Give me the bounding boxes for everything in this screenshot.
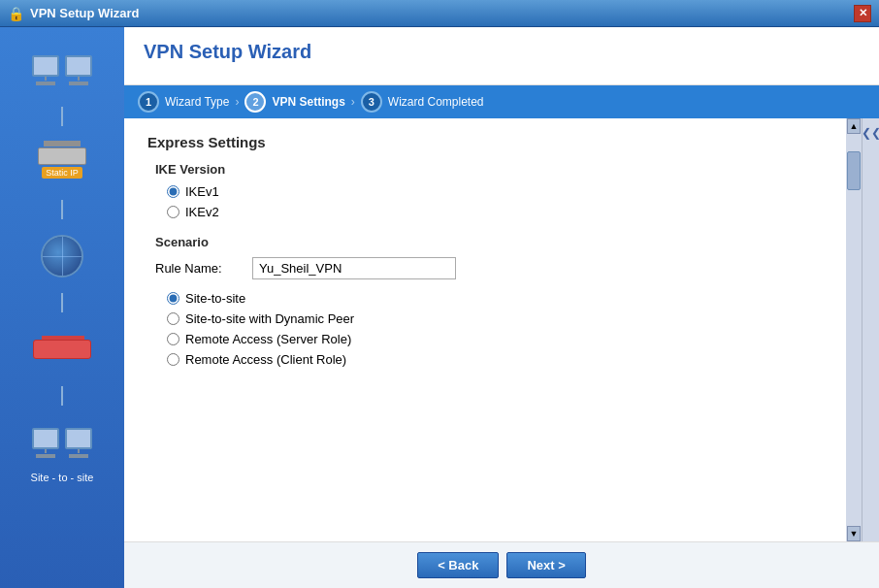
small-monitor-br	[65, 428, 92, 449]
connector-3	[61, 293, 63, 312]
collapse-icon: ❮❮	[862, 126, 880, 140]
scenario-label-site-to-site: Site-to-site	[185, 291, 245, 306]
computers-top-icon	[27, 41, 97, 99]
ike-option-v2[interactable]: IKEv2	[167, 205, 823, 219]
ike-label-v1: IKEv1	[185, 184, 219, 199]
sidebar-globe	[9, 223, 115, 289]
wizard-header: VPN Setup Wizard	[124, 27, 879, 85]
scenario-label-client: Remote Access (Client Role)	[185, 352, 346, 367]
breadcrumb: 1 Wizard Type › 2 VPN Settings › 3 Wizar…	[124, 85, 879, 118]
ike-label-v2: IKEv2	[185, 205, 219, 219]
wizard-title: VPN Setup Wizard	[144, 41, 860, 63]
rule-name-label: Rule Name:	[155, 261, 243, 276]
scenario-option-dynamic[interactable]: Site-to-site with Dynamic Peer	[167, 311, 823, 326]
scenario-radio-group: Site-to-site Site-to-site with Dynamic P…	[147, 291, 823, 367]
computers-bottom-icon	[27, 413, 97, 472]
small-computer-right	[65, 55, 92, 85]
globe-icon	[27, 227, 97, 285]
scrollbar-up-arrow[interactable]: ▲	[847, 118, 861, 134]
rule-name-row: Rule Name:	[147, 257, 823, 279]
app-icon: 🔒	[8, 6, 24, 21]
title-bar-text: VPN Setup Wizard	[30, 6, 140, 20]
ike-radio-group: IKEv1 IKEv2	[147, 184, 823, 219]
content-area: VPN Setup Wizard 1 Wizard Type › 2 VPN S…	[124, 27, 879, 588]
section-title: Express Settings	[147, 134, 823, 150]
two-computers-bottom-graphic	[32, 428, 92, 458]
router-static-icon: Static IP	[27, 134, 97, 192]
scenario-label-server: Remote Access (Server Role)	[185, 332, 351, 346]
small-monitor-right	[65, 55, 92, 77]
globe-inner	[43, 237, 81, 276]
breadcrumb-item-1: 1 Wizard Type	[138, 91, 229, 113]
small-monitor-bl	[32, 428, 59, 449]
scenario-radio-site-to-site[interactable]	[167, 292, 179, 305]
scrollbar-thumb[interactable]	[847, 151, 861, 190]
breadcrumb-item-3: 3 Wizard Completed	[361, 91, 484, 113]
connector-2	[61, 200, 63, 219]
breadcrumb-arrow-1: ›	[235, 95, 239, 109]
small-computer-br	[65, 428, 92, 458]
ike-option-v1[interactable]: IKEv1	[167, 184, 823, 199]
small-stand-left	[45, 77, 47, 81]
ike-radio-v1[interactable]	[167, 185, 179, 198]
static-ip-badge: Static IP	[42, 167, 82, 179]
small-monitor-left	[32, 55, 59, 77]
wizard-content: Express Settings IKE Version IKEv1 IKEv2…	[124, 118, 846, 541]
wizard-footer: < Back Next >	[124, 541, 879, 588]
ike-section-title: IKE Version	[147, 162, 823, 177]
scenario-section-title: Scenario	[147, 235, 823, 249]
small-base-right	[69, 82, 88, 85]
breadcrumb-step-1: 1	[138, 91, 159, 113]
sidebar-router-red	[9, 316, 115, 382]
small-computer-left	[32, 55, 59, 85]
sidebar-computers-bottom: Site - to - site	[9, 409, 115, 487]
collapse-button[interactable]: ❮❮	[862, 118, 879, 541]
sidebar-computers-top	[9, 37, 115, 103]
scenario-radio-dynamic[interactable]	[167, 312, 179, 325]
small-computer-bl	[32, 428, 59, 458]
breadcrumb-arrow-2: ›	[351, 95, 355, 109]
breadcrumb-label-2: VPN Settings	[272, 95, 344, 109]
title-bar-left: 🔒 VPN Setup Wizard	[8, 6, 140, 21]
small-base-left	[36, 82, 55, 85]
scrollbar-track: ▲ ▼	[846, 118, 862, 541]
sidebar-label-site-to-site: Site - to - site	[31, 472, 94, 483]
scenario-radio-client[interactable]	[167, 353, 179, 366]
small-stand-bl	[45, 449, 47, 453]
small-stand-right	[78, 77, 80, 81]
small-base-br	[69, 454, 88, 458]
next-button[interactable]: Next >	[506, 552, 585, 578]
scenario-option-client[interactable]: Remote Access (Client Role)	[167, 352, 823, 367]
scrollbar-down-arrow[interactable]: ▼	[847, 526, 861, 541]
breadcrumb-label-3: Wizard Completed	[388, 95, 484, 109]
rule-name-input[interactable]	[252, 257, 456, 279]
router-red-graphic	[33, 340, 91, 359]
breadcrumb-step-2: 2	[244, 91, 266, 113]
close-button[interactable]: ✕	[854, 5, 871, 22]
connector-1	[61, 107, 63, 126]
connector-4	[61, 386, 63, 406]
small-base-bl	[36, 454, 55, 458]
breadcrumb-step-3: 3	[361, 91, 382, 113]
close-icon: ✕	[859, 7, 867, 19]
scenario-label-dynamic: Site-to-site with Dynamic Peer	[185, 311, 354, 326]
router-red-icon	[27, 320, 97, 378]
breadcrumb-item-2: 2 VPN Settings	[244, 91, 344, 113]
scenario-option-site-to-site[interactable]: Site-to-site	[167, 291, 823, 306]
sidebar-router-static: Static IP	[9, 130, 115, 196]
globe-graphic	[41, 235, 83, 278]
router-graphic	[38, 147, 86, 165]
back-button[interactable]: < Back	[417, 552, 499, 578]
scenario-radio-server[interactable]	[167, 333, 179, 345]
scenario-option-server[interactable]: Remote Access (Server Role)	[167, 332, 823, 346]
small-stand-br	[78, 449, 80, 453]
sidebar: Static IP	[0, 27, 124, 588]
ike-radio-v2[interactable]	[167, 206, 179, 218]
two-computers-graphic	[32, 55, 92, 85]
main-container: Static IP	[0, 27, 879, 588]
title-bar: 🔒 VPN Setup Wizard ✕	[0, 0, 879, 27]
breadcrumb-label-1: Wizard Type	[165, 95, 229, 109]
